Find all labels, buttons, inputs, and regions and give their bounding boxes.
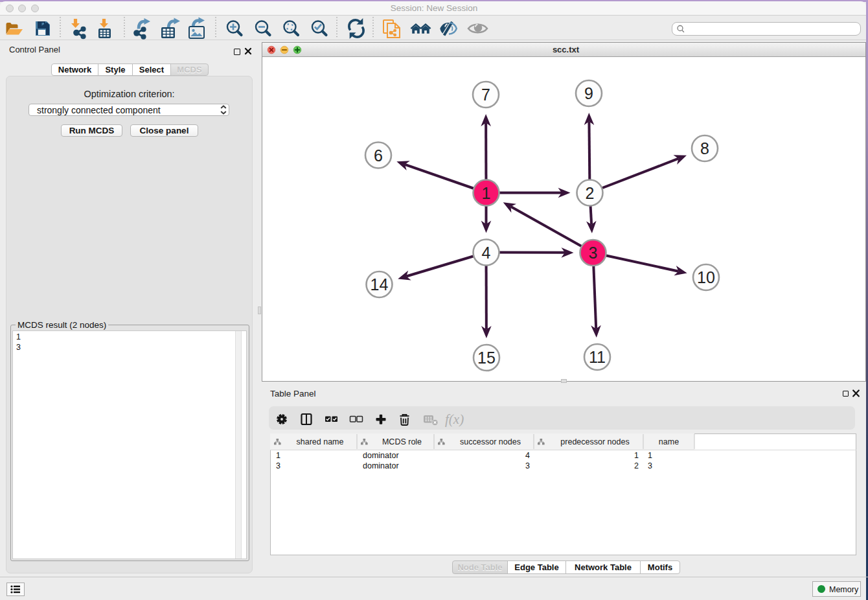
svg-text:predecessor nodes: predecessor nodes	[560, 437, 629, 446]
svg-text:9: 9	[584, 84, 593, 102]
svg-text:2: 2	[586, 184, 595, 202]
svg-text:3: 3	[648, 461, 652, 470]
svg-text:name: name	[659, 437, 679, 446]
svg-text:3: 3	[276, 461, 280, 470]
svg-text:10: 10	[697, 268, 715, 286]
svg-text:successor nodes: successor nodes	[460, 437, 521, 446]
svg-text:3: 3	[525, 461, 530, 470]
svg-text:3: 3	[589, 244, 598, 262]
svg-text:14: 14	[371, 275, 389, 294]
svg-text:4: 4	[482, 244, 491, 262]
svg-text:1: 1	[482, 184, 491, 202]
svg-text:MCDS role: MCDS role	[382, 437, 422, 446]
svg-text:15: 15	[477, 349, 496, 367]
svg-text:11: 11	[589, 348, 606, 366]
svg-text:8: 8	[700, 139, 709, 157]
svg-text:1: 1	[276, 451, 280, 460]
svg-text:6: 6	[374, 146, 383, 165]
svg-text:dominator: dominator	[363, 451, 399, 460]
svg-text:shared name: shared name	[297, 437, 344, 446]
svg-text:4: 4	[525, 451, 530, 460]
svg-text:dominator: dominator	[363, 461, 399, 470]
svg-text:1: 1	[634, 451, 639, 460]
svg-text:1: 1	[648, 451, 652, 460]
svg-text:7: 7	[481, 86, 490, 104]
svg-text:f(x): f(x)	[445, 411, 464, 427]
svg-text:2: 2	[634, 461, 639, 470]
